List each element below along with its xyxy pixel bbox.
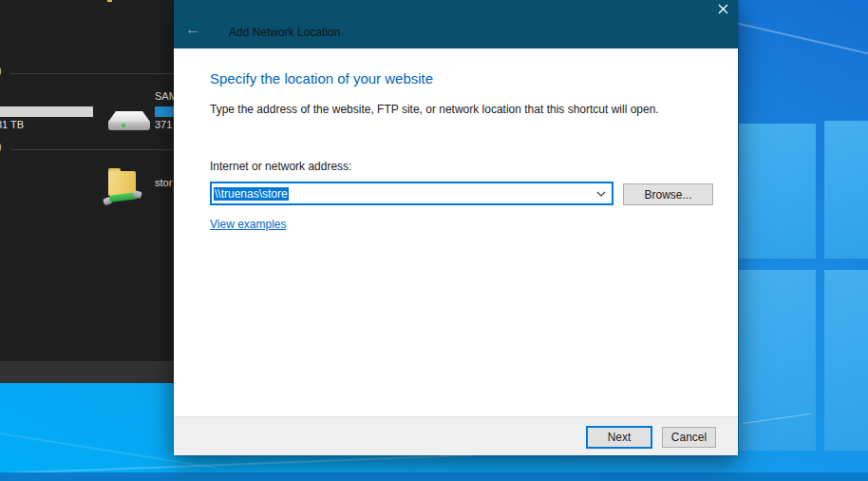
network-group-header[interactable]: ) xyxy=(0,141,2,152)
next-button[interactable]: Next xyxy=(586,426,652,449)
add-network-location-dialog: ← Add Network Location Specify the locat… xyxy=(174,0,738,455)
hard-drive-icon[interactable] xyxy=(108,111,150,132)
light-beam xyxy=(731,21,868,69)
drive-capacity-bar xyxy=(0,106,93,117)
view-examples-link[interactable]: View examples xyxy=(210,218,286,231)
dialog-footer: Next Cancel xyxy=(174,416,738,455)
samsung-free-space-label: 371 xyxy=(155,119,172,130)
wallpaper-bottom-strip xyxy=(0,472,868,481)
pane-highlight-line xyxy=(743,414,811,424)
dialog-titlebar: ← Add Network Location xyxy=(174,0,738,48)
browse-button[interactable]: Browse... xyxy=(623,183,713,205)
address-field-label: Internet or network address: xyxy=(210,160,351,173)
drive-size-label: 31 TB xyxy=(0,119,24,130)
windows-logo-pane-bottom-left xyxy=(739,270,816,451)
windows-logo-pane-top-right xyxy=(824,121,868,259)
explorer-status-bar xyxy=(0,361,174,383)
instruction-text: Type the address of the website, FTP sit… xyxy=(210,103,659,116)
samsung-drive-label[interactable]: SAM xyxy=(155,90,174,102)
windows-logo-pane-bottom-right xyxy=(824,270,868,451)
cancel-button[interactable]: Cancel xyxy=(662,427,716,448)
light-beam xyxy=(0,454,475,474)
page-title: Specify the location of your website xyxy=(210,70,433,87)
file-explorer-window: ) 31 TB SAM 371 ) stor xyxy=(0,0,174,383)
back-arrow-icon[interactable]: ← xyxy=(183,21,202,38)
dialog-title: Add Network Location xyxy=(229,26,340,39)
close-icon[interactable] xyxy=(713,1,732,17)
selected-address-text: \\truenas\store xyxy=(214,187,289,201)
group-divider xyxy=(10,73,174,74)
samsung-capacity-bar xyxy=(155,106,174,117)
clipped-icon-fragment xyxy=(107,0,112,2)
network-location-label[interactable]: stor xyxy=(155,177,172,188)
windows-logo-pane-top-left xyxy=(739,124,816,259)
group-divider xyxy=(10,149,174,150)
chevron-down-icon[interactable] xyxy=(591,183,612,203)
drives-group-header[interactable]: ) xyxy=(0,65,2,76)
address-input[interactable]: \\truenas\store xyxy=(210,182,613,205)
network-folder-icon[interactable] xyxy=(105,166,145,206)
